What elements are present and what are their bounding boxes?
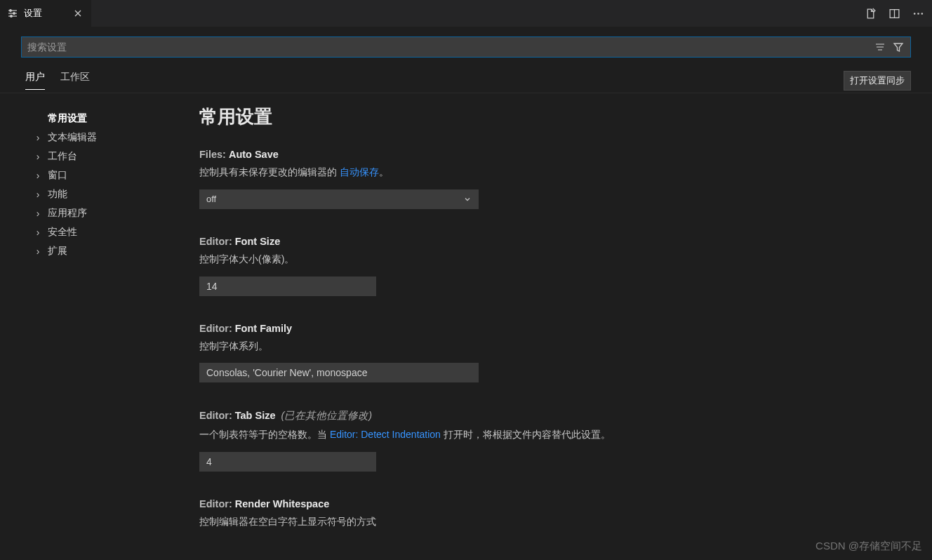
- chevron-right-icon: ›: [32, 246, 44, 257]
- tab-bar: 设置: [0, 0, 932, 27]
- svg-point-1: [10, 10, 12, 12]
- setting-files-auto-save: Files: Auto Save 控制具有未保存更改的编辑器的 自动保存。 of…: [199, 149, 904, 209]
- settings-lines-icon: [7, 8, 18, 19]
- svg-point-11: [917, 13, 919, 15]
- svg-point-12: [921, 13, 923, 15]
- tab-size-input[interactable]: [199, 452, 376, 472]
- toc-item-extensions[interactable]: ›扩展: [32, 241, 175, 260]
- svg-point-10: [913, 13, 915, 15]
- setting-editor-font-family: Editor: Font Family 控制字体系列。: [199, 323, 904, 383]
- tabbar-actions: [856, 0, 932, 27]
- detect-indentation-link[interactable]: Editor: Detect Indentation: [330, 429, 441, 440]
- setting-description: 控制字体大小(像素)。: [199, 251, 904, 268]
- split-editor-icon[interactable]: [887, 6, 901, 20]
- chevron-right-icon: ›: [32, 189, 44, 200]
- scope-row: 用户 工作区 打开设置同步: [0, 68, 932, 93]
- close-icon[interactable]: [72, 7, 84, 20]
- chevron-right-icon: ›: [32, 132, 44, 143]
- open-file-icon[interactable]: [863, 6, 877, 20]
- toc-item-text-editor[interactable]: ›文本编辑器: [32, 128, 175, 147]
- search-row: [0, 27, 932, 66]
- search-box[interactable]: [21, 36, 911, 58]
- tab-label: 设置: [24, 7, 66, 20]
- toc-item-application[interactable]: ›应用程序: [32, 204, 175, 222]
- open-settings-sync-button[interactable]: 打开设置同步: [844, 71, 911, 91]
- svg-point-3: [13, 13, 15, 15]
- clear-filter-icon[interactable]: [874, 41, 886, 53]
- more-icon[interactable]: [911, 6, 925, 20]
- chevron-right-icon: ›: [32, 151, 44, 162]
- setting-description: 控制编辑器在空白字符上显示符号的方式: [199, 514, 904, 531]
- auto-save-link[interactable]: 自动保存: [340, 166, 379, 178]
- chevron-right-icon: ›: [32, 208, 44, 219]
- toc-item-workbench[interactable]: ›工作台: [32, 147, 175, 166]
- chevron-right-icon: ›: [32, 227, 44, 238]
- setting-description: 控制字体系列。: [199, 338, 904, 355]
- auto-save-select[interactable]: off: [199, 189, 479, 209]
- tab-settings[interactable]: 设置: [0, 0, 91, 27]
- setting-description: 一个制表符等于的空格数。当 Editor: Detect Indentation…: [199, 427, 904, 444]
- setting-description: 控制具有未保存更改的编辑器的 自动保存。: [199, 164, 904, 181]
- toc-item-features[interactable]: ›功能: [32, 185, 175, 204]
- filter-icon[interactable]: [892, 41, 905, 53]
- toc-item-window[interactable]: ›窗口: [32, 166, 175, 185]
- font-size-input[interactable]: [199, 276, 376, 296]
- settings-toc: 常用设置 ›文本编辑器 ›工作台 ›窗口 ›功能 ›应用程序 ›安全性 ›扩展: [0, 93, 175, 560]
- section-title: 常用设置: [199, 105, 904, 129]
- setting-editor-render-whitespace: Editor: Render Whitespace 控制编辑器在空白字符上显示符…: [199, 498, 904, 531]
- watermark: CSDN @存储空间不足: [816, 540, 922, 553]
- chevron-right-icon: ›: [32, 170, 44, 181]
- settings-content: 常用设置 Files: Auto Save 控制具有未保存更改的编辑器的 自动保…: [175, 93, 932, 560]
- toc-item-commonly-used[interactable]: 常用设置: [32, 109, 175, 128]
- font-family-input[interactable]: [199, 363, 479, 382]
- setting-editor-tab-size: Editor: Tab Size(已在其他位置修改) 一个制表符等于的空格数。当…: [199, 409, 904, 472]
- search-input[interactable]: [27, 41, 874, 53]
- scope-tab-workspace[interactable]: 工作区: [60, 71, 90, 90]
- scope-tab-user[interactable]: 用户: [25, 71, 45, 90]
- chevron-down-icon: [463, 195, 472, 204]
- toc-item-security[interactable]: ›安全性: [32, 222, 175, 241]
- svg-point-5: [11, 15, 13, 18]
- setting-editor-font-size: Editor: Font Size 控制字体大小(像素)。: [199, 236, 904, 296]
